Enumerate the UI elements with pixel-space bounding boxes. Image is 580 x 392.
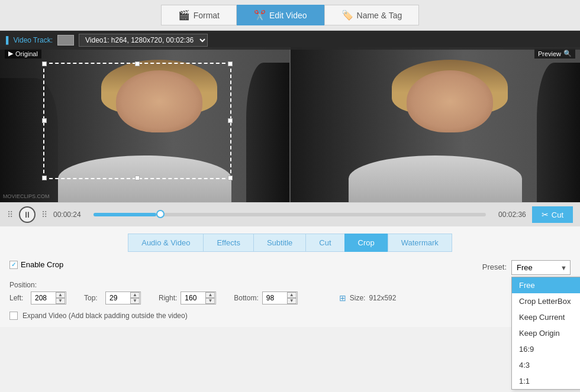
bottom-spin-arrows: ▲ ▼ [287, 292, 297, 304]
expand-row: Expand Video (Add black padding outside … [9, 312, 571, 320]
top-spin-wrap: ▲ ▼ [105, 291, 141, 304]
bottom-spin-down[interactable]: ▼ [287, 298, 297, 304]
position-label: Position: [9, 281, 571, 289]
top-spin-down[interactable]: ▼ [130, 298, 140, 304]
tab-edit-video[interactable]: ✂️ Edit Video [237, 5, 324, 25]
top-label: Top: [84, 294, 102, 302]
crop-handle-bm[interactable] [135, 176, 140, 180]
preset-option-1-1[interactable]: 1:1 [512, 373, 580, 389]
crop-handle-br[interactable] [228, 176, 233, 180]
tab-name-tag[interactable]: 🏷️ Name & Tag [324, 5, 420, 25]
preset-option-16-9[interactable]: 16:9 [512, 341, 580, 357]
right-spin-wrap: ▲ ▼ [181, 291, 216, 304]
tab-crop[interactable]: Crop [344, 234, 388, 252]
right-spin-up[interactable]: ▲ [205, 292, 215, 298]
timeline-thumb[interactable] [156, 210, 165, 218]
edit-tab-bar: Audio & Video Effects Subtitle Cut Crop … [9, 234, 571, 252]
tab-name-tag-label: Name & Tag [357, 11, 402, 20]
tab-audio-video[interactable]: Audio & Video [128, 234, 203, 252]
format-icon: 🎬 [178, 9, 190, 21]
scissors-icon: ✂ [542, 210, 549, 219]
tab-subtitle[interactable]: Subtitle [253, 234, 305, 252]
bottom-field-group: Bottom: ▲ ▼ [234, 291, 297, 304]
top-spin-arrows: ▲ ▼ [130, 292, 140, 304]
top-navigation: 🎬 Format ✂️ Edit Video 🏷️ Name & Tag [0, 0, 580, 31]
play-small-icon: ▶ [8, 50, 13, 57]
top-spin-up[interactable]: ▲ [130, 292, 140, 298]
expand-checkbox[interactable] [9, 312, 18, 320]
tab-cut[interactable]: Cut [305, 234, 344, 252]
video-right-panel [289, 47, 580, 202]
preview-face [407, 70, 494, 132]
video-still-right [291, 47, 580, 202]
tab-format-label: Format [194, 11, 220, 20]
right-spin-arrows: ▲ ▼ [205, 292, 215, 304]
name-tag-icon: 🏷️ [341, 9, 353, 21]
current-time: 00:00:24 [53, 210, 88, 219]
crop-box[interactable] [43, 63, 231, 179]
crop-handle-tl[interactable] [42, 61, 47, 66]
timeline-slider[interactable] [94, 213, 486, 216]
left-field-group: Left: ▲ ▼ [9, 291, 66, 304]
crop-handle-tr[interactable] [228, 61, 233, 66]
preset-option-keep-origin[interactable]: Keep Origin [512, 325, 580, 341]
right-spin-down[interactable]: ▼ [205, 298, 215, 304]
preset-label: Preset: [482, 260, 507, 271]
preview-badge: Preview 🔍 [534, 48, 575, 59]
video-area: Video Track: Video1: h264, 1280x720, 00:… [0, 31, 580, 202]
video-track-bar: Video Track: Video1: h264, 1280x720, 00:… [0, 31, 580, 50]
tab-watermark[interactable]: Watermark [388, 234, 452, 252]
enable-crop-row: Enable Crop [9, 260, 63, 269]
bottom-panel: Audio & Video Effects Subtitle Cut Crop … [0, 226, 580, 327]
bottom-spin-up[interactable]: ▲ [287, 292, 297, 298]
search-icon: 🔍 [563, 50, 572, 57]
crop-controls: Enable Crop Preset: Free ▼ Free Crop Let… [9, 260, 571, 320]
video-track-select[interactable]: Video1: h264, 1280x720, 00:02:36 [79, 34, 208, 47]
preset-option-keep-current[interactable]: Keep Current [512, 309, 580, 325]
tab-format[interactable]: 🎬 Format [161, 5, 237, 25]
preset-option-4-3[interactable]: 4:3 [512, 357, 580, 373]
tab-effects[interactable]: Effects [203, 234, 253, 252]
video-left-panel: MOVIECLIPS.COM [0, 47, 289, 202]
fields-row: Left: ▲ ▼ Top: ▲ ▼ [9, 291, 571, 304]
preset-option-letterbox[interactable]: Crop LetterBox [512, 293, 580, 309]
preset-dropdown: Free Crop LetterBox Keep Current Keep Or… [511, 277, 580, 390]
preset-option-free[interactable]: Free [512, 277, 580, 293]
pause-button[interactable]: ⏸ [19, 206, 36, 223]
enable-crop-checkbox[interactable] [9, 261, 18, 269]
timeline-end-icon[interactable]: ⠿ [41, 210, 47, 219]
size-value: 912x592 [369, 294, 396, 302]
top-field-group: Top: ▲ ▼ [84, 291, 141, 304]
pause-icon: ⏸ [23, 210, 31, 219]
timeline-bar: ⠿ ⏸ ⠿ 00:00:24 00:02:36 ✂ Cut [0, 202, 580, 226]
timeline-fill [94, 213, 156, 216]
video-still-left: MOVIECLIPS.COM [0, 47, 289, 202]
crop-handle-ml[interactable] [42, 118, 47, 123]
crop-handle-bl[interactable] [42, 176, 47, 180]
left-spin-arrows: ▲ ▼ [56, 292, 65, 304]
size-icon: ⊞ [339, 293, 346, 303]
left-spin-down[interactable]: ▼ [56, 298, 65, 304]
expand-label: Expand Video (Add black padding outside … [22, 312, 188, 320]
cut-button[interactable]: ✂ Cut [532, 206, 573, 223]
crop-handle-mr[interactable] [228, 118, 233, 123]
timeline-start-icon[interactable]: ⠿ [7, 210, 13, 219]
original-badge: ▶ Original [5, 48, 41, 59]
cut-label: Cut [552, 210, 563, 219]
watermark-text: MOVIECLIPS.COM [3, 193, 50, 199]
dark-figure-right [246, 63, 289, 202]
left-label: Left: [9, 294, 27, 302]
right-field-group: Right: ▲ ▼ [159, 291, 216, 304]
bottom-label: Bottom: [234, 294, 258, 302]
right-label: Right: [159, 294, 177, 302]
left-spin-up[interactable]: ▲ [56, 292, 65, 298]
crop-handle-tm[interactable] [135, 61, 140, 66]
size-label: Size: [350, 294, 366, 302]
bottom-spin-wrap: ▲ ▼ [262, 291, 298, 304]
preview-dark-right [537, 63, 580, 202]
edit-video-icon: ✂️ [254, 9, 266, 21]
timeline-track [94, 213, 486, 216]
left-spin-wrap: ▲ ▼ [31, 291, 66, 304]
preset-display[interactable]: Free [511, 260, 571, 275]
video-track-label: Video Track: [6, 36, 53, 44]
